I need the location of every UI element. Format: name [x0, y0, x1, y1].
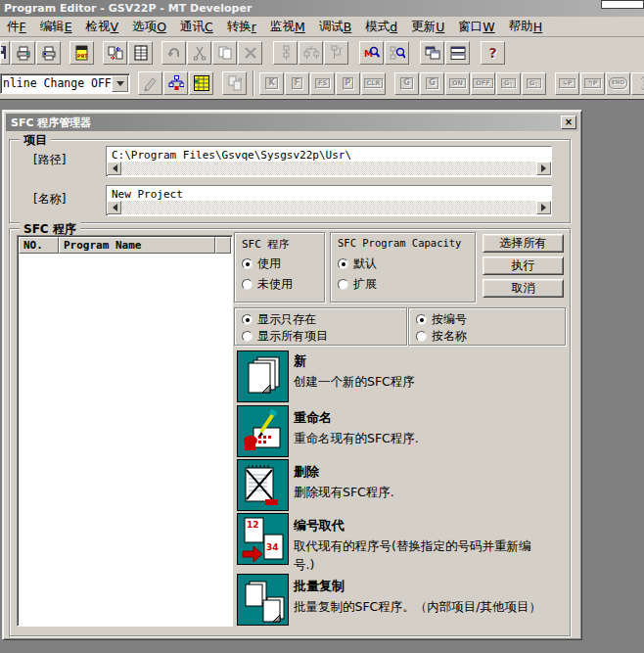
- jump-p2-button[interactable]: ↰P: [580, 72, 605, 95]
- jump-p1-button[interactable]: ↳P: [555, 72, 579, 95]
- menu-convert[interactable]: 转换r: [220, 17, 263, 36]
- execute-button[interactable]: 执行: [483, 257, 564, 275]
- menu-help[interactable]: 帮助H: [502, 17, 549, 36]
- radio-dot[interactable]: [242, 314, 253, 325]
- find-device-button[interactable]: M: [359, 41, 384, 65]
- sfc-convert-button[interactable]: [222, 71, 247, 95]
- rename-program-button[interactable]: [237, 405, 289, 457]
- print-setup-button[interactable]: [36, 41, 61, 65]
- menu-debug[interactable]: 调试B: [312, 17, 359, 36]
- new-program-button[interactable]: [237, 350, 289, 402]
- column-extra[interactable]: [215, 237, 231, 254]
- symbol-off-button[interactable]: OFF: [471, 72, 495, 95]
- menu-monitor[interactable]: 监视M: [263, 17, 312, 36]
- copy-button[interactable]: [212, 41, 237, 65]
- scroll-right-button[interactable]: [536, 201, 551, 214]
- find-sfc-button[interactable]: [385, 41, 409, 65]
- menu-window[interactable]: 窗口W: [451, 17, 501, 36]
- delete-button[interactable]: [238, 41, 262, 65]
- sfc-edit-button[interactable]: [138, 71, 162, 95]
- radio-dot[interactable]: [242, 258, 253, 269]
- radio-by-number[interactable]: 按编号: [416, 311, 467, 328]
- name-field[interactable]: New Project: [106, 185, 552, 216]
- end-step-button[interactable]: END: [606, 72, 630, 95]
- symbol-gsub2-button[interactable]: G┐: [522, 72, 546, 95]
- symbol-gsub1-button[interactable]: G┐: [496, 72, 521, 95]
- radio-dot[interactable]: [242, 331, 253, 342]
- svg-text:34: 34: [266, 542, 279, 552]
- symbol-p-button[interactable]: P: [336, 72, 360, 95]
- column-no[interactable]: NO.: [19, 237, 59, 254]
- sfc-branch-button[interactable]: [299, 41, 323, 65]
- radio-show-existing[interactable]: 显示只存在: [242, 311, 316, 328]
- menu-comm[interactable]: 通讯C: [173, 17, 220, 36]
- symbol-k-button[interactable]: K: [259, 72, 284, 95]
- scroll-right-button[interactable]: [536, 162, 551, 175]
- symbol-on-button[interactable]: ON: [445, 72, 470, 95]
- radio-extended[interactable]: 扩展: [338, 276, 377, 293]
- window-tile-button[interactable]: [445, 41, 470, 65]
- sfc-jump-button[interactable]: [324, 41, 348, 65]
- program-list-button[interactable]: [128, 41, 153, 65]
- dialog-title: SFC 程序管理器: [11, 116, 91, 130]
- help-button[interactable]: ?: [481, 41, 505, 65]
- radio-dot[interactable]: [416, 331, 427, 342]
- sfc-tree-button[interactable]: [163, 71, 188, 95]
- path-field[interactable]: C:\Program Files\Gsvqe\Sysgsv22p\Usr\: [106, 146, 552, 177]
- radio-unuse[interactable]: 未使用: [242, 276, 293, 293]
- name-scrollbar[interactable]: [107, 201, 551, 214]
- online-change-combo[interactable]: nline Change OFF: [0, 73, 130, 94]
- scrollbar-track[interactable]: [121, 201, 536, 214]
- symbol-g2-button[interactable]: G: [420, 72, 444, 95]
- radio-dot[interactable]: [338, 258, 348, 269]
- scroll-left-button[interactable]: [107, 201, 121, 214]
- action-new-desc: 创建一个新的SFC程序: [294, 372, 550, 391]
- scrollbar-track[interactable]: [121, 162, 536, 175]
- renumber-program-button[interactable]: 12 34: [237, 513, 289, 565]
- symbol-g1-button[interactable]: G: [394, 72, 419, 95]
- radio-use[interactable]: 使用: [242, 256, 281, 272]
- radio-dot[interactable]: [242, 279, 253, 290]
- undo-button[interactable]: [161, 41, 186, 65]
- radio-dot[interactable]: [416, 314, 427, 325]
- action-rename-title: 重命名: [294, 409, 332, 427]
- menu-update[interactable]: 更新U: [404, 17, 451, 36]
- program-table[interactable]: NO. Program Name: [17, 235, 233, 627]
- batch-copy-button[interactable]: [237, 574, 289, 626]
- print-button[interactable]: [11, 41, 35, 65]
- column-program-name[interactable]: Program Name: [59, 237, 215, 254]
- radio-by-name[interactable]: 按名称: [416, 328, 467, 345]
- path-scrollbar[interactable]: [107, 162, 551, 175]
- transfer-button[interactable]: [103, 41, 127, 65]
- menu-view[interactable]: 检视V: [79, 17, 126, 36]
- combo-dropdown-button[interactable]: [112, 75, 128, 92]
- radio-dot[interactable]: [338, 279, 348, 290]
- step-insert-button[interactable]: [631, 72, 644, 95]
- dialog-titlebar[interactable]: SFC 程序管理器 ×: [6, 114, 578, 131]
- action-rename-desc: 重命名现有的SFC程序.: [294, 429, 550, 447]
- close-button[interactable]: ×: [561, 116, 576, 129]
- window-cascade-button[interactable]: [420, 41, 444, 65]
- symbol-f-button[interactable]: F: [285, 72, 309, 95]
- radio-show-all[interactable]: 显示所有项目: [242, 328, 328, 345]
- action-new-title: 新: [294, 352, 306, 370]
- prt-report-button[interactable]: PRT: [69, 41, 94, 65]
- cancel-button[interactable]: 取消: [483, 279, 564, 298]
- delete-program-button[interactable]: [237, 459, 289, 511]
- menu-edit[interactable]: 编辑E: [33, 17, 79, 36]
- ladder-grid-button[interactable]: [189, 71, 213, 95]
- radio-default[interactable]: 默认: [338, 256, 377, 272]
- save-button[interactable]: [0, 41, 10, 65]
- symbol-fs-button[interactable]: FS: [310, 72, 335, 95]
- table-body[interactable]: [19, 254, 231, 625]
- sfc-step-button[interactable]: [273, 41, 298, 65]
- symbol-clr-button[interactable]: CLR: [361, 72, 386, 95]
- application-window: Program Editor - GSV22P - MT Developer 件…: [0, 0, 644, 653]
- menu-file[interactable]: 件F: [0, 17, 33, 36]
- sfc-convert-icon: [227, 75, 243, 91]
- scroll-left-button[interactable]: [107, 162, 121, 175]
- menu-options[interactable]: 选项O: [125, 17, 173, 36]
- menu-mode[interactable]: 模式d: [358, 17, 404, 36]
- select-all-button[interactable]: 选择所有: [483, 234, 564, 253]
- cut-button[interactable]: [187, 41, 211, 65]
